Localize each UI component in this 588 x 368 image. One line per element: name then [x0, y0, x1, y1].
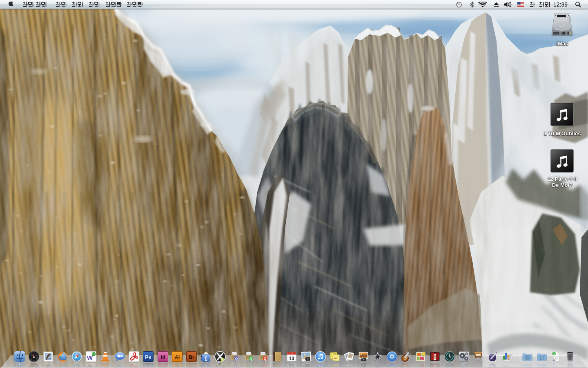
svg-text:13: 13: [289, 356, 295, 361]
svg-text:Ps: Ps: [145, 355, 151, 360]
svg-text:Q: Q: [249, 357, 252, 361]
svg-text:13: 13: [291, 352, 293, 355]
svg-text:Ai: Ai: [174, 355, 180, 360]
svg-text:Br: Br: [189, 355, 194, 360]
svg-text:@: @: [275, 354, 281, 360]
svg-text:Q: Q: [264, 357, 267, 361]
svg-text:Id: Id: [160, 355, 165, 360]
svg-text:Q: Q: [235, 357, 238, 361]
